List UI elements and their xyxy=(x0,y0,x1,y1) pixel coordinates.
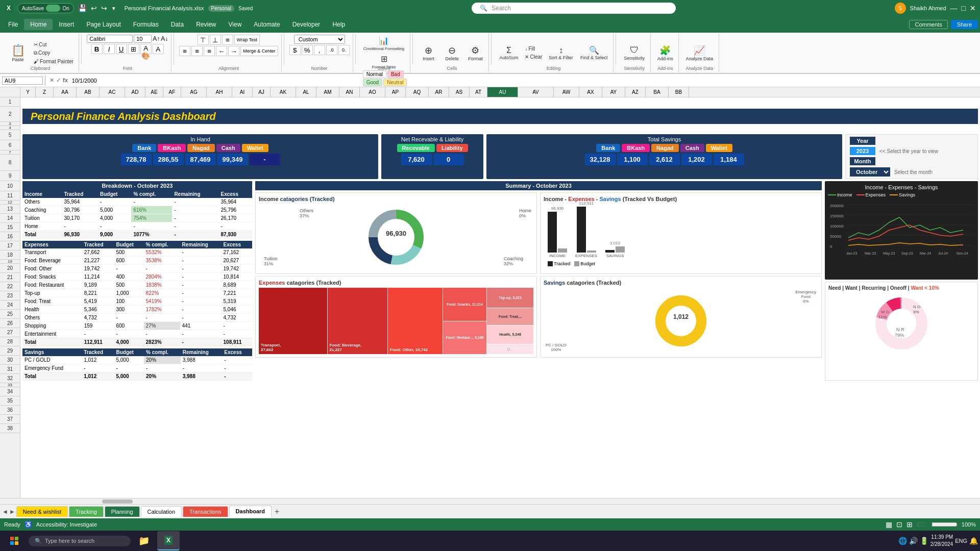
col-header-am[interactable]: AM xyxy=(316,87,339,97)
normal-view-icon[interactable]: ▦ xyxy=(886,520,892,529)
style-neutral[interactable]: Neutral xyxy=(383,79,407,86)
maximize-button[interactable]: □ xyxy=(962,4,966,12)
row-8[interactable]: 8 xyxy=(0,155,20,171)
col-header-aw[interactable]: AW xyxy=(554,87,579,97)
col-header-ae[interactable]: AE xyxy=(145,87,163,97)
align-center-button[interactable]: ≡ xyxy=(191,46,203,56)
col-header-ao[interactable]: AO xyxy=(360,87,385,97)
menu-file[interactable]: File xyxy=(2,19,24,30)
col-header-ac[interactable]: AC xyxy=(100,87,125,97)
decimal-decrease-button[interactable]: 0. xyxy=(338,45,350,55)
receivable-btn[interactable]: Recevable xyxy=(397,144,435,152)
row-32[interactable]: 32 xyxy=(0,374,20,383)
row-13[interactable]: 13 xyxy=(0,205,20,214)
insert-cell-button[interactable]: ⊕ Insert xyxy=(418,43,438,63)
bold-button[interactable]: B xyxy=(91,44,103,54)
tab-tracking[interactable]: Tracking xyxy=(69,506,104,517)
col-header-ar[interactable]: AR xyxy=(429,87,449,97)
col-header-ab[interactable]: AB xyxy=(77,87,100,97)
page-layout-icon[interactable]: ⊡ xyxy=(896,520,902,529)
menu-help[interactable]: Help xyxy=(326,19,351,30)
menu-page-layout[interactable]: Page Layout xyxy=(80,19,127,30)
row-38[interactable]: 38 xyxy=(0,424,20,433)
align-left-button[interactable]: ≡ xyxy=(179,46,190,56)
comments-button[interactable]: Comments xyxy=(909,20,947,29)
font-size-input[interactable] xyxy=(134,35,152,43)
taskbar-file-explorer[interactable]: 📁 xyxy=(133,531,155,550)
row-26[interactable]: 26 xyxy=(0,319,20,328)
row-18[interactable]: 18 xyxy=(0,251,20,260)
undo-icon[interactable]: ↩ xyxy=(91,4,97,12)
row-5[interactable]: 5 xyxy=(0,130,20,140)
col-header-bb[interactable]: BB xyxy=(669,87,689,97)
row-31[interactable]: 31 xyxy=(0,365,20,374)
align-right-button[interactable]: ≡ xyxy=(204,46,215,56)
row-21[interactable]: 21 xyxy=(0,273,20,282)
col-header-as[interactable]: AS xyxy=(449,87,470,97)
menu-data[interactable]: Data xyxy=(165,19,190,30)
row-33[interactable]: 33 xyxy=(0,383,20,387)
formula-input[interactable] xyxy=(70,77,978,84)
notification-icon[interactable]: 🔔 xyxy=(969,537,978,545)
col-header-ap[interactable]: AP xyxy=(385,87,406,97)
style-bad[interactable]: Bad xyxy=(387,70,404,78)
format-cell-button[interactable]: ⚙ Format xyxy=(465,43,485,63)
copy-button[interactable]: ⧉ Copy xyxy=(32,49,76,57)
row-30[interactable]: 30 xyxy=(0,356,20,365)
row-22[interactable]: 22 xyxy=(0,282,20,291)
col-header-ag[interactable]: AG xyxy=(181,87,207,97)
row-19[interactable]: 19 xyxy=(0,260,20,264)
month-select[interactable]: October xyxy=(850,167,890,177)
currency-button[interactable]: $ xyxy=(289,45,301,55)
delete-cell-button[interactable]: ⊖ Delete xyxy=(442,43,462,63)
scrollbar-thumb[interactable] xyxy=(102,499,133,504)
scroll-right-button[interactable]: ► xyxy=(9,508,15,515)
wallet-btn[interactable]: Wallet xyxy=(242,144,268,152)
scroll-left-button[interactable]: ◄ xyxy=(2,508,8,515)
menu-home[interactable]: Home xyxy=(24,19,53,30)
wrap-text-button[interactable]: Wrap Text xyxy=(234,35,260,45)
row-25[interactable]: 25 xyxy=(0,310,20,319)
col-header-az[interactable]: AZ xyxy=(625,87,646,97)
row-14[interactable]: 14 xyxy=(0,214,20,223)
underline-button[interactable]: U xyxy=(116,44,127,54)
row-12[interactable]: 12 xyxy=(0,201,20,205)
menu-review[interactable]: Review xyxy=(190,19,222,30)
col-header-av[interactable]: AV xyxy=(518,87,554,97)
savings-nagad-btn[interactable]: Nagad xyxy=(651,144,679,152)
sort-filter-button[interactable]: ↕ Sort & Filter xyxy=(546,44,576,62)
horizontal-scrollbar[interactable] xyxy=(0,498,980,504)
row-11[interactable]: 11 xyxy=(0,191,20,201)
taskbar-search[interactable]: 🔍 Type here to search xyxy=(29,536,131,546)
font-increase-button[interactable]: A↑ xyxy=(153,35,160,42)
clear-button[interactable]: ✕ Clear xyxy=(523,53,544,61)
row-6[interactable]: 6 xyxy=(0,140,20,151)
comma-button[interactable]: , xyxy=(314,45,325,55)
tab-transactions[interactable]: Transactions xyxy=(183,506,228,517)
row-35[interactable]: 35 xyxy=(0,396,20,406)
savings-bkash-btn[interactable]: BKash xyxy=(622,144,650,152)
indent-increase-button[interactable]: → xyxy=(228,46,239,56)
align-middle-button[interactable]: ⊥ xyxy=(210,35,221,45)
col-header-aj[interactable]: AJ xyxy=(253,87,271,97)
align-top-button[interactable]: ⊤ xyxy=(198,35,209,45)
nagad-btn[interactable]: Nagad xyxy=(187,144,215,152)
row-27[interactable]: 27 xyxy=(0,328,20,337)
autosave-toggle[interactable] xyxy=(46,5,60,12)
col-header-ah[interactable]: AH xyxy=(207,87,232,97)
format-painter-button[interactable]: 🖌 Format Painter xyxy=(32,58,76,65)
col-header-aq[interactable]: AQ xyxy=(406,87,429,97)
row-10[interactable]: 10 xyxy=(0,181,20,191)
merge-center-button[interactable]: Merge & Center xyxy=(240,46,278,56)
cash-btn[interactable]: Cash xyxy=(216,144,240,152)
search-box[interactable]: 🔍 Search xyxy=(472,3,676,14)
row-34[interactable]: 34 xyxy=(0,387,20,396)
fill-button[interactable]: ↓ Fill xyxy=(523,45,544,53)
menu-formulas[interactable]: Formulas xyxy=(127,19,165,30)
savings-bank-btn[interactable]: Bank xyxy=(596,144,620,152)
col-header-an[interactable]: AN xyxy=(339,87,360,97)
page-break-icon[interactable]: ⊞ xyxy=(906,520,913,529)
cancel-formula-icon[interactable]: ✕ xyxy=(50,77,54,84)
row-20[interactable]: 20 xyxy=(0,264,20,273)
bkash-btn[interactable]: BKash xyxy=(158,144,186,152)
